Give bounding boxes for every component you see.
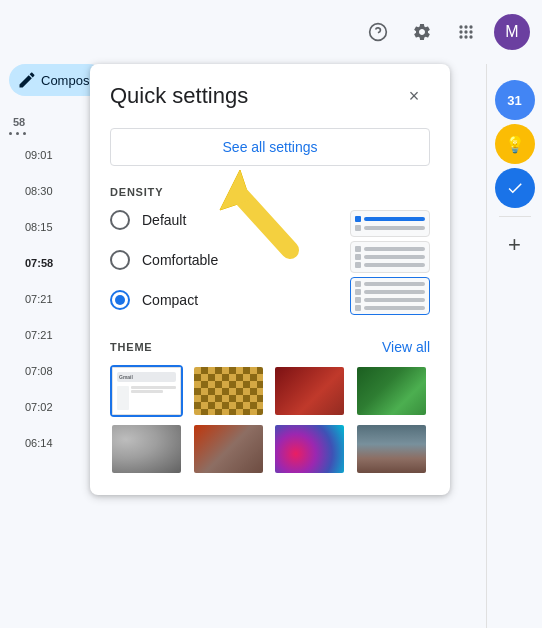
add-button[interactable]: + bbox=[495, 225, 535, 265]
svg-point-7 bbox=[469, 30, 472, 33]
density-label-compact: Compact bbox=[142, 292, 198, 308]
time-0721a: 07:21 bbox=[9, 281, 53, 317]
theme-section-label: THEME bbox=[110, 341, 153, 353]
svg-point-3 bbox=[464, 25, 467, 28]
svg-point-8 bbox=[459, 35, 462, 38]
time-0702: 07:02 bbox=[9, 389, 53, 425]
time-0758: 07:58 bbox=[9, 245, 53, 281]
density-label-default: Default bbox=[142, 212, 186, 228]
theme-section-header: THEME View all bbox=[110, 339, 430, 355]
theme-grid: Gmail bbox=[110, 365, 430, 475]
radio-compact bbox=[110, 290, 130, 310]
time-0614: 06:14 bbox=[9, 425, 53, 461]
theme-item-green[interactable] bbox=[355, 365, 428, 417]
radio-compact-inner bbox=[115, 295, 125, 305]
settings-button[interactable] bbox=[402, 12, 442, 52]
view-all-link[interactable]: View all bbox=[382, 339, 430, 355]
svg-point-6 bbox=[464, 30, 467, 33]
density-label-comfortable: Comfortable bbox=[142, 252, 218, 268]
density-option-default[interactable]: Default bbox=[110, 210, 338, 230]
theme-item-default[interactable]: Gmail bbox=[110, 365, 183, 417]
time-0815: 08:15 bbox=[9, 209, 53, 245]
density-option-compact[interactable]: Compact bbox=[110, 290, 338, 310]
svg-point-9 bbox=[464, 35, 467, 38]
tasks-icon[interactable]: 💡 bbox=[495, 124, 535, 164]
time-0901: 09:01 bbox=[9, 137, 53, 173]
radio-default bbox=[110, 210, 130, 230]
theme-item-canyon[interactable] bbox=[355, 423, 428, 475]
density-options: Default Comfortable Compact bbox=[110, 210, 338, 315]
preview-default bbox=[350, 210, 430, 237]
radio-comfortable bbox=[110, 250, 130, 270]
left-sidebar: Compose 58 09:01 08:30 08:15 07:58 07:21… bbox=[0, 0, 90, 628]
theme-item-gray[interactable] bbox=[110, 423, 183, 475]
time-0830: 08:30 bbox=[9, 173, 53, 209]
svg-point-10 bbox=[469, 35, 472, 38]
avatar[interactable]: M bbox=[494, 14, 530, 50]
density-section: Default Comfortable Compact bbox=[110, 210, 430, 315]
theme-item-colorful[interactable] bbox=[273, 423, 346, 475]
close-button[interactable]: × bbox=[398, 80, 430, 112]
theme-item-brown[interactable] bbox=[192, 423, 265, 475]
check-icon[interactable] bbox=[495, 168, 535, 208]
svg-point-5 bbox=[459, 30, 462, 33]
density-option-comfortable[interactable]: Comfortable bbox=[110, 250, 338, 270]
time-label-58: 58 bbox=[9, 112, 25, 132]
density-previews bbox=[350, 210, 430, 315]
calendar-icon[interactable]: 31 bbox=[495, 80, 535, 120]
quick-settings-panel: Quick settings × See all settings DENSIT… bbox=[90, 64, 450, 495]
panel-header: Quick settings × bbox=[110, 80, 430, 112]
preview-compact bbox=[350, 277, 430, 315]
theme-item-chess[interactable] bbox=[192, 365, 265, 417]
right-divider bbox=[499, 216, 531, 217]
apps-button[interactable] bbox=[446, 12, 486, 52]
time-0721b: 07:21 bbox=[9, 317, 53, 353]
panel-title: Quick settings bbox=[110, 83, 248, 109]
time-0708: 07:08 bbox=[9, 353, 53, 389]
see-all-settings-button[interactable]: See all settings bbox=[110, 128, 430, 166]
help-button[interactable] bbox=[358, 12, 398, 52]
preview-comfortable bbox=[350, 241, 430, 273]
svg-point-2 bbox=[459, 25, 462, 28]
density-section-label: DENSITY bbox=[110, 186, 430, 198]
theme-item-red[interactable] bbox=[273, 365, 346, 417]
right-sidebar: 31 💡 + bbox=[486, 64, 542, 628]
compose-label: Compose bbox=[41, 73, 97, 88]
svg-point-4 bbox=[469, 25, 472, 28]
